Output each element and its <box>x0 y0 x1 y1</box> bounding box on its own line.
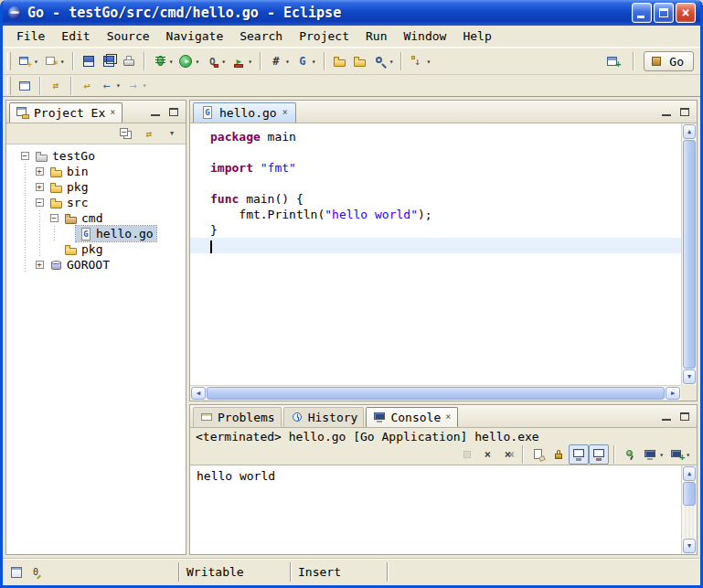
scroll-lock-button[interactable] <box>549 444 569 465</box>
editor-horizontal-scrollbar[interactable]: ◀ ▶ <box>190 385 681 401</box>
project-tree[interactable]: −testGo+bin+pkg−src−cmdhello.gopkg+GOROO… <box>6 144 186 554</box>
scroll-up-icon[interactable]: ▲ <box>683 124 696 139</box>
scroll-track[interactable] <box>683 140 696 369</box>
link-with-editor-view-button[interactable] <box>139 123 159 144</box>
close-view-icon[interactable]: × <box>109 108 116 117</box>
show-stdout-button[interactable] <box>569 444 589 465</box>
dropdown-arrow-icon[interactable]: ▾ <box>248 58 252 66</box>
open-resource-button[interactable] <box>330 51 350 71</box>
dropdown-arrow-icon[interactable]: ▾ <box>195 58 199 66</box>
menu-search[interactable]: Search <box>231 27 291 45</box>
dropdown-arrow-icon[interactable]: ▾ <box>169 58 174 66</box>
tree-item-bin[interactable]: +bin <box>17 164 186 179</box>
menu-navigate[interactable]: Navigate <box>158 27 232 45</box>
scroll-thumb[interactable] <box>207 387 665 400</box>
new-wizard-button[interactable]: ▾ <box>15 51 41 71</box>
expand-toggle-icon[interactable]: + <box>32 261 47 269</box>
dropdown-arrow-icon[interactable]: ▾ <box>312 58 316 66</box>
menu-run[interactable]: Run <box>357 27 395 45</box>
print-button[interactable] <box>119 51 139 71</box>
menu-window[interactable]: Window <box>395 27 454 45</box>
menu-source[interactable]: Source <box>99 27 158 45</box>
external-tools-button[interactable]: ▾ <box>229 51 255 71</box>
scroll-right-icon[interactable]: ▶ <box>666 387 680 400</box>
dropdown-arrow-icon[interactable]: ▾ <box>426 58 431 66</box>
open-console-button[interactable]: ▾ <box>666 444 693 465</box>
display-console-button[interactable]: ▾ <box>640 444 666 465</box>
tree-item-pkg[interactable]: +pkg <box>17 179 186 195</box>
pin-editor-button[interactable] <box>15 76 35 96</box>
dropdown-arrow-icon[interactable]: ▾ <box>686 451 690 459</box>
dropdown-arrow-icon[interactable]: ▾ <box>34 58 38 66</box>
scroll-down-icon[interactable]: ▼ <box>683 369 696 384</box>
collapse-toggle-icon[interactable]: − <box>32 198 47 207</box>
tab-project-explorer[interactable]: Project Ex × <box>9 102 122 123</box>
toolbar-grip[interactable] <box>7 77 11 95</box>
scroll-thumb[interactable] <box>683 482 696 506</box>
dropdown-arrow-icon[interactable]: ▾ <box>659 451 664 459</box>
tree-item-testgo[interactable]: −testGo <box>17 148 186 164</box>
menu-file[interactable]: File <box>8 27 53 45</box>
expand-toggle-icon[interactable]: + <box>32 183 47 191</box>
minimize-button[interactable] <box>632 3 652 23</box>
run-button[interactable]: ▾ <box>176 51 202 71</box>
title-bar[interactable]: Go - testGo/src/cmd/hello.go - Eclipse <box>3 0 700 26</box>
console-vertical-scrollbar[interactable]: ▲ ▼ <box>681 465 697 554</box>
collapse-toggle-icon[interactable]: − <box>47 214 61 222</box>
menu-edit[interactable]: Edit <box>53 27 98 45</box>
go-perspective-button[interactable]: Go <box>644 51 694 71</box>
fast-view-icon[interactable] <box>9 565 24 580</box>
scroll-thumb[interactable] <box>683 140 696 369</box>
remove-launch-button[interactable] <box>477 444 497 465</box>
tab-history[interactable]: History <box>283 407 365 427</box>
collapse-toggle-icon[interactable]: − <box>17 152 32 160</box>
tab-console[interactable]: Console× <box>366 407 458 427</box>
save-button[interactable] <box>79 51 99 71</box>
save-all-button[interactable] <box>99 51 119 71</box>
maximize-view-button[interactable] <box>166 106 181 119</box>
new-go-program-button[interactable]: ▾ <box>266 51 293 71</box>
run-history-button[interactable]: ▾ <box>202 51 229 71</box>
tree-item-pkg[interactable]: pkg <box>17 241 186 257</box>
dropdown-arrow-icon[interactable]: ▾ <box>60 58 65 66</box>
last-edit-location-button[interactable] <box>77 76 97 96</box>
dropdown-arrow-icon[interactable]: ▾ <box>221 58 226 66</box>
tree-item-src[interactable]: −src <box>17 195 186 210</box>
link-with-editor-button[interactable] <box>46 76 66 96</box>
minimize-editor-button[interactable] <box>659 106 674 119</box>
scroll-up-icon[interactable]: ▲ <box>683 466 696 481</box>
show-stderr-button[interactable] <box>589 444 609 465</box>
expand-toggle-icon[interactable]: + <box>32 167 47 176</box>
minimize-view-button[interactable] <box>148 106 163 119</box>
godoc-button[interactable]: ▾ <box>293 51 319 71</box>
clear-console-button[interactable] <box>528 444 549 465</box>
back-button[interactable]: ▾ <box>97 76 123 96</box>
code-editor[interactable]: package mainimport "fmt"func main() { fm… <box>190 123 681 385</box>
view-menu-button[interactable] <box>162 123 182 144</box>
close-editor-icon[interactable]: × <box>282 108 289 117</box>
editor-vertical-scrollbar[interactable]: ▲ ▼ <box>681 123 697 385</box>
tree-item-goroot[interactable]: +GOROOT <box>17 257 186 273</box>
menu-help[interactable]: Help <box>454 27 499 45</box>
next-annotation-button[interactable]: ▾ <box>407 51 433 71</box>
tree-item-hello-go[interactable]: hello.go <box>17 226 186 241</box>
remove-all-launches-button[interactable] <box>497 444 517 465</box>
maximize-editor-button[interactable] <box>677 106 692 119</box>
collapse-all-button[interactable] <box>116 123 136 144</box>
tree-item-cmd[interactable]: −cmd <box>17 210 186 226</box>
dropdown-arrow-icon[interactable]: ▾ <box>116 81 121 90</box>
scroll-track[interactable] <box>683 482 696 538</box>
close-button[interactable] <box>676 3 696 23</box>
toolbar-grip[interactable] <box>7 52 11 70</box>
open-folder-button[interactable] <box>350 51 370 71</box>
menu-project[interactable]: Project <box>291 27 357 45</box>
smart-insert-icon[interactable] <box>28 565 43 580</box>
tab-hello-go[interactable]: hello.go × <box>193 102 296 123</box>
scroll-track[interactable] <box>207 387 665 400</box>
search-button[interactable]: ▾ <box>370 51 397 71</box>
dropdown-arrow-icon[interactable]: ▾ <box>389 58 394 66</box>
debug-button[interactable]: ▾ <box>150 51 176 71</box>
console-output[interactable]: hello world <box>190 465 681 554</box>
maximize-console-button[interactable] <box>677 411 692 423</box>
tab-problems[interactable]: Problems <box>193 407 282 427</box>
